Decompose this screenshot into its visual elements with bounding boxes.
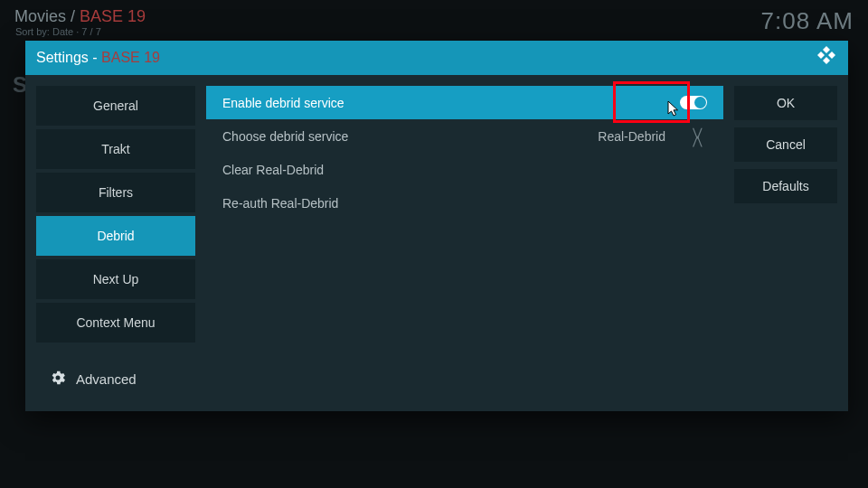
sidebar-item-label: Next Up [93, 272, 139, 286]
settings-level-advanced[interactable]: Advanced [36, 361, 195, 400]
sidebar-item-label: Context Menu [76, 315, 155, 330]
kodi-logo-icon [816, 45, 837, 70]
sidebar-item-next-up[interactable]: Next Up [36, 259, 195, 299]
cancel-button[interactable]: Cancel [734, 127, 837, 162]
setting-label: Clear Real-Debrid [222, 163, 324, 177]
settings-sidebar: General Trakt Filters Debrid Next Up Con… [36, 86, 195, 400]
sidebar-item-label: Debrid [97, 229, 134, 243]
dialog-buttons: OK Cancel Defaults [734, 86, 837, 400]
ok-button[interactable]: OK [734, 86, 837, 120]
breadcrumb-prefix: Movies / [14, 7, 80, 25]
dialog-header: Settings - BASE 19 [25, 41, 848, 75]
settings-dialog: Settings - BASE 19 General Trakt Filters… [25, 41, 848, 411]
clock: 7:08 AM [761, 7, 854, 35]
sidebar-item-debrid[interactable]: Debrid [36, 216, 195, 256]
sidebar-item-filters[interactable]: Filters [36, 173, 195, 212]
setting-label: Choose debrid service [222, 129, 348, 144]
setting-enable-debrid-service[interactable]: Enable debrid service [206, 86, 723, 119]
setting-value: Real-Debrid [598, 129, 665, 144]
toggle-on-icon[interactable] [680, 96, 707, 109]
button-label: OK [777, 96, 795, 110]
setting-reauth-real-debrid[interactable]: Re-auth Real-Debrid [206, 186, 723, 220]
sidebar-item-label: Filters [99, 185, 133, 200]
button-label: Defaults [762, 179, 808, 193]
dialog-title: Settings - BASE 19 [36, 50, 160, 66]
sort-line: Sort by: Date · 7 / 7 [14, 26, 146, 37]
setting-label: Enable debrid service [222, 96, 344, 110]
dialog-title-addon: BASE 19 [101, 50, 160, 65]
spinner-arrows-icon[interactable]: ⋁⋀ [687, 128, 707, 145]
sidebar-item-trakt[interactable]: Trakt [36, 129, 195, 169]
sidebar-item-general[interactable]: General [36, 86, 195, 126]
settings-level-label: Advanced [76, 371, 137, 387]
setting-choose-debrid-service[interactable]: Choose debrid service Real-Debrid ⋁⋀ [206, 119, 723, 153]
sidebar-item-context-menu[interactable]: Context Menu [36, 303, 195, 343]
defaults-button[interactable]: Defaults [734, 169, 837, 203]
breadcrumb: Movies / BASE 19 [14, 7, 146, 26]
setting-label: Re-auth Real-Debrid [222, 196, 338, 211]
sidebar-item-label: Trakt [101, 142, 129, 156]
setting-clear-real-debrid[interactable]: Clear Real-Debrid [206, 153, 723, 186]
sidebar-item-label: General [93, 99, 138, 113]
dialog-title-prefix: Settings - [36, 50, 101, 65]
breadcrumb-addon: BASE 19 [80, 7, 146, 25]
button-label: Cancel [766, 137, 806, 152]
gear-icon [49, 369, 67, 389]
settings-content: Enable debrid service Choose debrid serv… [206, 86, 723, 400]
